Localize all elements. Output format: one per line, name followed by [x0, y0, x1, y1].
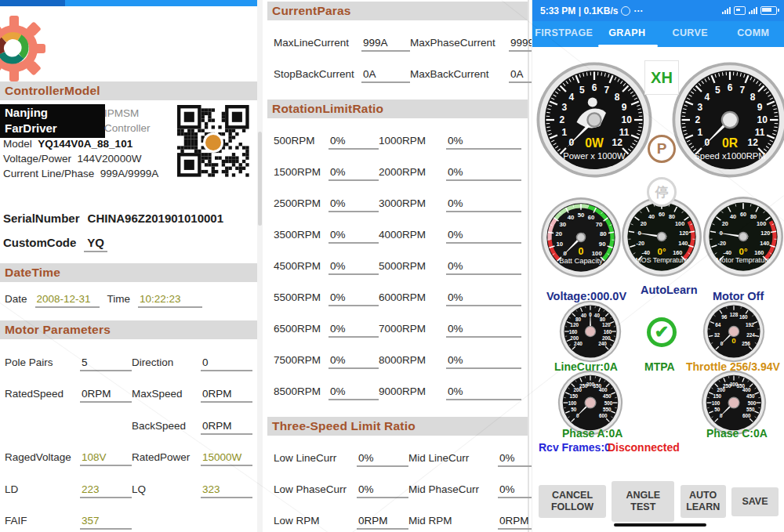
- param-value-field[interactable]: 357: [80, 515, 132, 530]
- param-value-field[interactable]: 0RPM: [201, 388, 252, 403]
- svg-text:0°: 0°: [658, 247, 666, 256]
- param-row: RatedSpeed 0RPM MaxSpeed 0RPM: [5, 388, 252, 403]
- svg-text:10: 10: [622, 114, 633, 125]
- param-value-field[interactable]: 0%: [328, 385, 379, 400]
- action-button[interactable]: AUTO LEARN: [681, 485, 726, 518]
- tab-bar: FIRSTPAGEGRAPHCURVECOMM: [532, 21, 784, 47]
- speed-gauge: 01234567891011120RSpeed x1000RPM: [671, 61, 784, 179]
- param-value-field[interactable]: 0A: [361, 68, 410, 83]
- action-button[interactable]: ANGLE TEST: [612, 481, 674, 522]
- param-value-field[interactable]: 0%: [446, 354, 521, 369]
- app-root: ControllerModel Nanjing FarDriver IPMSM …: [0, 0, 784, 532]
- param-label: 4500RPM: [274, 260, 328, 272]
- svg-text:50: 50: [714, 407, 720, 412]
- status-right: [722, 6, 777, 15]
- param-value-field[interactable]: 0: [201, 356, 252, 371]
- svg-text:0: 0: [579, 246, 584, 257]
- svg-text:120: 120: [679, 230, 688, 237]
- param-row: StopBackCurrent 0A MaxBackCurrent 0A: [274, 68, 521, 83]
- svg-text:120: 120: [760, 230, 770, 237]
- param-label: MaxSpeed: [132, 388, 201, 400]
- svg-text:8: 8: [750, 92, 756, 103]
- param-value-field[interactable]: 15000W: [201, 451, 252, 466]
- svg-text:200: 200: [570, 335, 579, 341]
- time-field[interactable]: 10:22:23: [138, 293, 202, 308]
- param-value-field[interactable]: 0%: [328, 166, 379, 181]
- param-label: MaxLineCurrent: [274, 37, 361, 49]
- param-value-field[interactable]: 0%: [328, 229, 379, 244]
- param-value-field[interactable]: 0%: [328, 354, 379, 369]
- param-value-field[interactable]: 0%: [446, 166, 521, 181]
- svg-text:60: 60: [740, 211, 746, 218]
- parking-button[interactable]: P: [648, 135, 676, 163]
- param-value-field[interactable]: 0%: [357, 452, 408, 467]
- param-value-field[interactable]: 223: [80, 483, 132, 498]
- param-value-field[interactable]: 0%: [328, 291, 379, 306]
- param-value-field[interactable]: 0%: [446, 229, 521, 244]
- param-label: 4000RPM: [379, 229, 446, 241]
- param-value-field[interactable]: 0%: [498, 483, 535, 498]
- svg-text:64: 64: [715, 322, 721, 328]
- date-field[interactable]: 2008-12-31: [35, 293, 100, 308]
- svg-text:1: 1: [562, 127, 568, 138]
- param-value-field[interactable]: 0%: [446, 323, 521, 338]
- param-value-field[interactable]: 0%: [446, 291, 521, 306]
- param-value-field[interactable]: 108V: [80, 451, 132, 466]
- rcv-frames-readout: Rcv Frames:0: [539, 441, 611, 454]
- param-label: Mid LineCurr: [408, 452, 498, 464]
- svg-text:240: 240: [598, 341, 607, 346]
- svg-text:MOS Temprature: MOS Temprature: [635, 256, 688, 264]
- custom-code-field[interactable]: YQ: [84, 236, 107, 252]
- param-value-field[interactable]: 0RPM: [201, 420, 252, 435]
- mtpa-check-button[interactable]: ✔: [647, 317, 677, 347]
- tab[interactable]: FIRSTPAGE: [532, 21, 596, 47]
- status-bar: 5:33 PM | 0.1KB/s ···: [532, 0, 784, 21]
- param-label: LQ: [132, 483, 201, 495]
- left-scrollbar[interactable]: [257, 0, 263, 532]
- param-row: LD 223 LQ 323: [5, 483, 252, 498]
- tab[interactable]: COMM: [722, 21, 784, 47]
- param-value-field[interactable]: 0%: [446, 135, 521, 150]
- param-value-field[interactable]: 0%: [328, 197, 379, 212]
- param-value-field[interactable]: 0%: [328, 260, 379, 275]
- param-value-field[interactable]: 0%: [446, 197, 521, 212]
- signal2-icon: [749, 7, 757, 14]
- svg-text:40: 40: [581, 313, 587, 318]
- param-row: 4500RPM 0% 5000RPM 0%: [274, 260, 521, 275]
- power-gauge: 01234567891011120WPower x 1000W: [535, 61, 653, 179]
- svg-text:-40: -40: [724, 249, 732, 256]
- svg-text:600: 600: [742, 413, 751, 418]
- stop-button[interactable]: 停: [647, 177, 677, 207]
- param-value-field[interactable]: 5: [80, 356, 132, 371]
- svg-text:100: 100: [675, 220, 684, 227]
- svg-text:256: 256: [742, 341, 750, 346]
- svg-text:80: 80: [600, 230, 607, 237]
- param-value-field[interactable]: 999A: [361, 37, 410, 52]
- tab[interactable]: CURVE: [659, 21, 722, 47]
- param-label: MaxPhaseCurrent: [410, 37, 509, 49]
- param-value-field[interactable]: 0RPM: [80, 388, 132, 403]
- svg-text:40: 40: [568, 214, 575, 221]
- param-value-field[interactable]: 0RPM: [498, 515, 535, 530]
- logo-area: [0, 0, 257, 81]
- svg-text:500: 500: [604, 400, 613, 406]
- param-value-field[interactable]: 0%: [446, 385, 521, 400]
- volte-icon: [734, 6, 746, 15]
- param-row: 500RPM 0% 1000RPM 0%: [274, 135, 521, 150]
- param-value-field[interactable]: 0%: [328, 323, 379, 338]
- param-value-field[interactable]: 0RPM: [357, 515, 408, 530]
- param-value-field[interactable]: 0%: [498, 452, 535, 467]
- date-label: Date: [5, 293, 27, 305]
- action-button[interactable]: CANCEL FOLLOW: [539, 485, 606, 518]
- tab[interactable]: GRAPH: [596, 21, 659, 47]
- more-dots-icon: ···: [633, 5, 643, 16]
- voltage-power-line: Voltage/Power 144V20000W: [3, 153, 141, 165]
- svg-text:Motor Temprature: Motor Temprature: [716, 256, 771, 264]
- svg-text:5: 5: [579, 85, 585, 96]
- param-value-field[interactable]: 323: [201, 483, 252, 498]
- param-value-field[interactable]: 0%: [357, 483, 408, 498]
- action-button[interactable]: SAVE: [731, 487, 779, 516]
- param-value-field[interactable]: 0%: [446, 260, 521, 275]
- param-value-field[interactable]: 0%: [328, 135, 379, 150]
- svg-text:400: 400: [599, 387, 608, 393]
